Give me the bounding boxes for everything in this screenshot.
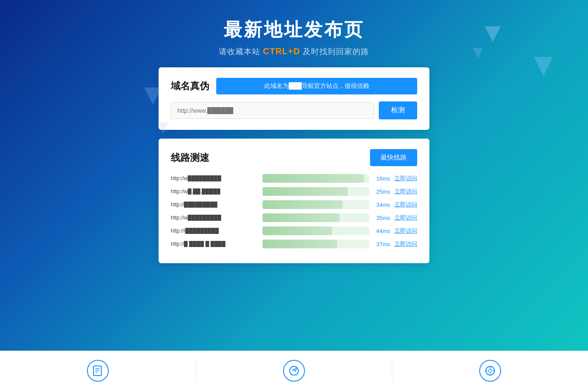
speed-ms-1: 25ms xyxy=(374,188,390,195)
bottom-item-1 xyxy=(0,360,196,382)
bottom-item-2 xyxy=(196,360,392,382)
speed-row: http://w█████████ 35ms 立即访问 xyxy=(171,213,417,222)
domain-badge: 此域名为███导航官方站点，值得信赖 xyxy=(216,78,417,94)
speed-bar-fill-5 xyxy=(263,240,337,248)
visit-link-2[interactable]: 立即访问 xyxy=(394,201,417,209)
bottom-item-3 xyxy=(392,360,588,382)
detect-button[interactable]: 检测 xyxy=(379,101,417,119)
visit-link-5[interactable]: 立即访问 xyxy=(394,240,417,248)
svg-point-5 xyxy=(295,368,297,370)
diamond-decoration-5 xyxy=(534,57,553,76)
diamond-decoration-4 xyxy=(157,122,169,134)
speed-ms-2: 34ms xyxy=(374,202,390,208)
speed-url-1: http://w█.██.█████ xyxy=(171,188,258,195)
page-title: 最新地址发布页 xyxy=(219,17,369,42)
diamond-decoration-2 xyxy=(473,48,483,59)
speed-ms-4: 44ms xyxy=(374,228,390,234)
svg-point-4 xyxy=(290,366,298,375)
speed-ms-0: 16ms xyxy=(374,175,390,182)
svg-rect-0 xyxy=(93,366,101,376)
subtitle-before: 请收藏本站 xyxy=(219,47,260,56)
speed-bar-bg-0 xyxy=(263,174,369,183)
speed-rows-container: http://w█████████ 16ms 立即访问 http://w█.██… xyxy=(171,174,417,248)
speed-row: http://t█████████ 44ms 立即访问 xyxy=(171,226,417,235)
speed-url-2: http://█████████ xyxy=(171,202,258,208)
diamond-decoration-3 xyxy=(144,87,162,105)
bottom-icon-3 xyxy=(479,360,501,382)
speed-row: http://█ ████ █ ████ 37ms 立即访问 xyxy=(171,240,417,248)
subtitle-after: 及时找到回家的路 xyxy=(303,47,369,56)
diamond-decoration-1 xyxy=(485,26,501,42)
speed-bar-bg-4 xyxy=(263,226,369,235)
speed-test-card: 线路测速 最快线路 http://w█████████ 16ms 立即访问 ht… xyxy=(159,139,429,263)
speed-bar-fill-2 xyxy=(263,200,342,209)
speed-url-4: http://t█████████ xyxy=(171,228,258,234)
domain-check-card: 域名真伪 此域名为███导航官方站点，值得信赖 检测 xyxy=(159,67,429,130)
domain-input-row: 检测 xyxy=(171,101,417,119)
speed-bar-fill-4 xyxy=(263,226,332,235)
subtitle-highlight: CTRL+D xyxy=(263,46,300,56)
fastest-button[interactable]: 最快线路 xyxy=(370,149,417,166)
speed-url-5: http://█ ████ █ ████ xyxy=(171,241,258,247)
speed-ms-3: 35ms xyxy=(374,215,390,221)
speed-label: 线路测速 xyxy=(171,151,209,164)
bottom-icon-2 xyxy=(283,360,305,382)
speed-bar-bg-5 xyxy=(263,240,369,248)
page-header: 最新地址发布页 请收藏本站 CTRL+D 及时找到回家的路 xyxy=(219,17,369,57)
speed-bar-bg-1 xyxy=(263,187,369,196)
speed-bar-bg-2 xyxy=(263,200,369,209)
speed-bar-fill-3 xyxy=(263,213,339,222)
bottom-section xyxy=(0,351,588,390)
speed-bar-fill-0 xyxy=(263,174,364,183)
speed-ms-5: 37ms xyxy=(374,241,390,247)
domain-input[interactable] xyxy=(171,102,374,119)
speed-bar-bg-3 xyxy=(263,213,369,222)
speed-url-0: http://w█████████ xyxy=(171,175,258,181)
visit-link-0[interactable]: 立即访问 xyxy=(394,174,417,182)
speed-row: http://█████████ 34ms 立即访问 xyxy=(171,200,417,209)
watermark: https://blog.cn.net/CUIT27 xyxy=(529,381,585,387)
visit-link-3[interactable]: 立即访问 xyxy=(394,214,417,222)
speed-header: 线路测速 最快线路 xyxy=(171,149,417,166)
visit-link-1[interactable]: 立即访问 xyxy=(394,188,417,195)
speed-row: http://w█.██.█████ 25ms 立即访问 xyxy=(171,187,417,196)
speed-bar-fill-1 xyxy=(263,187,348,196)
bottom-icon-1 xyxy=(87,360,109,382)
svg-point-7 xyxy=(488,369,492,373)
domain-header: 域名真伪 此域名为███导航官方站点，值得信赖 xyxy=(171,78,417,94)
speed-url-3: http://w█████████ xyxy=(171,215,258,221)
visit-link-4[interactable]: 立即访问 xyxy=(394,227,417,235)
page-subtitle: 请收藏本站 CTRL+D 及时找到回家的路 xyxy=(219,46,369,57)
speed-row: http://w█████████ 16ms 立即访问 xyxy=(171,174,417,183)
domain-label: 域名真伪 xyxy=(171,80,209,93)
